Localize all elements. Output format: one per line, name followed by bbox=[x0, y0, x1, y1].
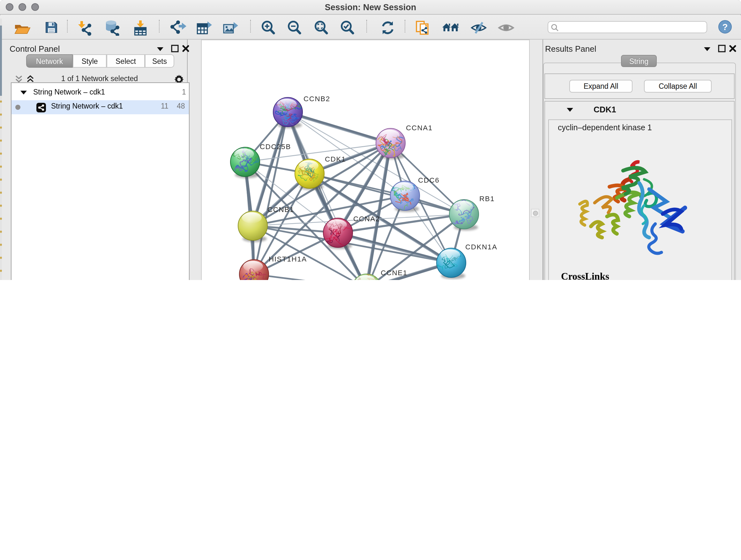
svg-text:CDK1: CDK1 bbox=[325, 155, 346, 163]
svg-text:RB1: RB1 bbox=[479, 195, 495, 203]
svg-text:HIST1H1A: HIST1H1A bbox=[269, 255, 307, 263]
svg-text:CCNA1: CCNA1 bbox=[406, 124, 433, 132]
svg-text:CDC25B: CDC25B bbox=[260, 143, 291, 151]
svg-text:CCNE1: CCNE1 bbox=[381, 269, 408, 277]
svg-text:CCNA2: CCNA2 bbox=[353, 215, 380, 223]
svg-text:CCNB1: CCNB1 bbox=[267, 206, 294, 213]
svg-text:CDC6: CDC6 bbox=[418, 176, 440, 184]
svg-text:CCNB2: CCNB2 bbox=[304, 95, 330, 103]
svg-text:?: ? bbox=[722, 22, 728, 32]
svg-text:CDKN1A: CDKN1A bbox=[465, 243, 497, 251]
